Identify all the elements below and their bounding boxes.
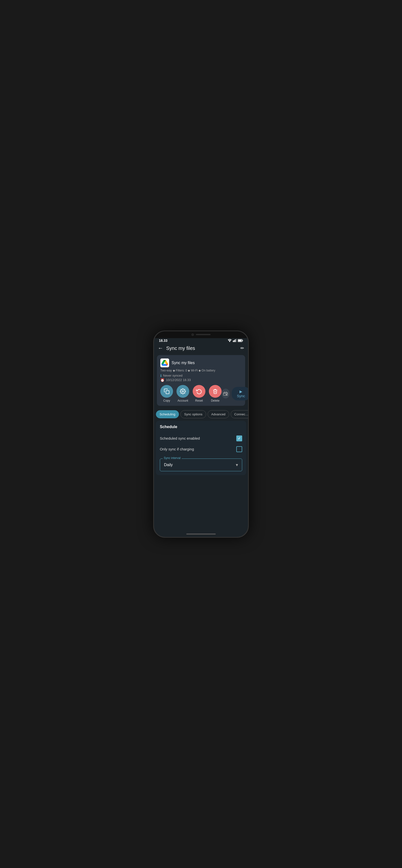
delete-action[interactable]: Delete (209, 385, 222, 402)
phone-frame: 18.33 (153, 331, 249, 538)
alarm-icon: ⏰ (160, 378, 164, 382)
copy-label: Copy (163, 399, 170, 402)
top-bar: ← Sync my files ✏ (154, 343, 248, 353)
sync-button[interactable]: ▶ Sync (231, 387, 248, 400)
reset-label: Reset (195, 399, 203, 402)
battery-icon (238, 339, 243, 342)
reset-action[interactable]: Reset (193, 385, 206, 402)
copy-action[interactable]: Copy (160, 385, 173, 402)
bottom-nav-bar (186, 533, 216, 534)
delete-label: Delete (211, 399, 220, 402)
sync-interval-dropdown[interactable]: Daily ▾ (160, 459, 242, 471)
scheduled-sync-row: Scheduled sync enabled (160, 433, 242, 444)
account-action[interactable]: Account (177, 385, 189, 402)
tab-sync-options[interactable]: Sync options (180, 410, 206, 418)
notch-area (154, 331, 248, 338)
svg-rect-7 (238, 340, 242, 341)
tab-connections[interactable]: Connec… (231, 410, 248, 418)
reset-button-circle (193, 385, 206, 398)
svg-rect-4 (236, 339, 237, 342)
sync-right: ▶ Sync (222, 387, 248, 400)
svg-rect-1 (233, 341, 234, 342)
back-button[interactable]: ← (158, 345, 163, 351)
sync-status-row: ℹ Never synced (160, 374, 242, 378)
sync-time-text: 10/12/2022 18.33 (166, 378, 191, 382)
main-content: Schedule Scheduled sync enabled Only syn… (156, 421, 246, 475)
scheduled-sync-label: Scheduled sync enabled (160, 436, 200, 440)
only-sync-row: Only sync if charging (160, 444, 242, 455)
tabs-container: Scheduling Sync options Advanced Connec… (154, 408, 248, 421)
never-synced-text: Never synced (163, 374, 182, 377)
only-sync-checkbox[interactable] (236, 446, 242, 452)
account-label: Account (178, 399, 188, 402)
schedule-section-title: Schedule (160, 425, 242, 429)
schedule-icon-button[interactable] (222, 389, 230, 398)
svg-rect-3 (235, 339, 236, 342)
wifi-icon (227, 339, 232, 342)
reset-icon (196, 389, 202, 394)
google-drive-icon (160, 359, 169, 367)
page-title: Sync my files (166, 345, 241, 351)
edit-button[interactable]: ✏ (241, 345, 244, 351)
sync-actions-row: Copy Account (160, 385, 242, 402)
speaker (196, 334, 211, 335)
delete-button-circle (209, 385, 222, 398)
svg-rect-2 (234, 340, 235, 342)
sync-time-row: ⏰ 10/12/2022 18.33 (160, 378, 242, 382)
phone-screen: 18.33 (154, 331, 248, 537)
side-button (248, 395, 249, 407)
tab-advanced[interactable]: Advanced (208, 410, 229, 418)
status-icons (227, 339, 243, 342)
svg-rect-6 (242, 340, 243, 341)
svg-point-0 (229, 342, 230, 342)
status-time: 18.33 (159, 339, 167, 343)
chevron-down-icon: ▾ (236, 462, 238, 468)
sync-interval-label: Sync interval (163, 456, 182, 460)
copy-button-circle (160, 385, 173, 398)
sync-interval-container: Sync interval Daily ▾ (160, 459, 242, 471)
scheduled-sync-checkbox[interactable] (236, 435, 242, 441)
clock-icon (223, 391, 228, 396)
account-button-circle (177, 385, 189, 398)
sync-interval-value: Daily (164, 463, 173, 467)
gdrive-svg (161, 360, 168, 366)
copy-icon (164, 389, 169, 394)
sync-name: Sync my files (172, 361, 195, 365)
account-icon (180, 389, 186, 394)
tab-scheduling[interactable]: Scheduling (156, 410, 179, 418)
delete-icon (213, 389, 218, 394)
svg-point-9 (182, 391, 184, 392)
sync-card-header: Sync my files (160, 359, 242, 367)
svg-rect-8 (166, 391, 169, 394)
signal-icon (233, 339, 237, 342)
sync-card: Sync my files Two-way ◆ Filters: 0 ◆ Wi-… (157, 355, 245, 406)
camera (191, 334, 194, 336)
info-icon: ℹ (160, 374, 161, 378)
sync-meta: Two-way ◆ Filters: 0 ◆ Wi-Fi ◆ On batter… (160, 369, 242, 372)
only-sync-label: Only sync if charging (160, 447, 194, 451)
action-buttons: Copy Account (160, 385, 222, 402)
svg-rect-10 (223, 393, 228, 396)
